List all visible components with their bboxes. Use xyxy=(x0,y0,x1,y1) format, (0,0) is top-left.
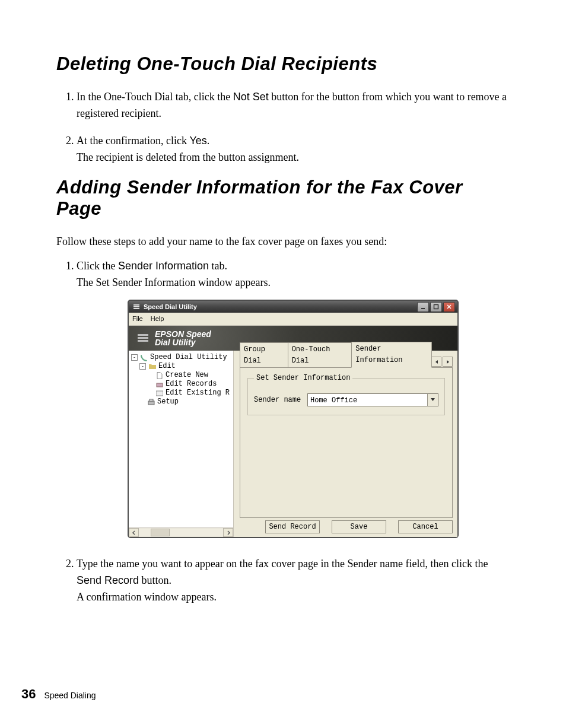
app-window: Speed Dial Utility File Help EPSON Speed… xyxy=(128,300,459,538)
menu-bar: File Help xyxy=(129,313,457,326)
step-1-2-result: The recipient is deleted from the button… xyxy=(77,150,510,166)
tree-setup[interactable]: Setup xyxy=(131,398,232,406)
maximize-button[interactable] xyxy=(430,302,442,312)
tab-scroll-right-icon[interactable] xyxy=(443,357,453,367)
cancel-button[interactable]: Cancel xyxy=(398,520,453,533)
text: . xyxy=(207,135,210,147)
close-button[interactable] xyxy=(443,302,455,312)
sender-name-value[interactable]: Home Office xyxy=(308,394,427,406)
banner-logo-icon xyxy=(135,330,151,346)
step-2-1: Click the Sender Information tab. The Se… xyxy=(77,258,510,538)
bold-sender-info: Sender Information xyxy=(118,260,209,272)
tree-create-new[interactable]: Create New xyxy=(131,371,232,380)
tree-edit-records[interactable]: Edit Records xyxy=(131,380,232,389)
text: tab. xyxy=(209,260,227,272)
svg-rect-4 xyxy=(148,401,154,405)
save-button[interactable]: Save xyxy=(332,520,386,533)
bold-not-set: Not Set xyxy=(233,91,269,103)
scroll-left-icon[interactable] xyxy=(129,528,139,537)
folder-icon xyxy=(148,363,157,370)
tab-one-touch-dial[interactable]: One-Touch Dial xyxy=(288,342,352,368)
steps-list-2: Click the Sender Information tab. The Se… xyxy=(56,258,510,606)
tree-create-label: Create New xyxy=(166,371,208,380)
phone-icon xyxy=(140,354,148,361)
set-sender-info-group: Set Sender Information Sender name Home … xyxy=(247,373,445,415)
svg-rect-5 xyxy=(150,399,153,401)
text: button. xyxy=(139,574,171,586)
tree-setup-label: Setup xyxy=(157,398,179,406)
tree-hscrollbar[interactable] xyxy=(129,527,233,537)
banner-line1: EPSON Speed xyxy=(155,330,211,338)
document-icon xyxy=(155,372,164,379)
scroll-right-icon[interactable] xyxy=(223,528,233,537)
svg-rect-0 xyxy=(421,308,425,309)
svg-marker-8 xyxy=(431,398,435,401)
svg-rect-1 xyxy=(434,305,438,309)
send-record-button[interactable]: Send Record xyxy=(265,520,320,533)
window-title: Speed Dial Utility xyxy=(144,302,197,312)
page-footer: 36 Speed Dialing xyxy=(21,686,96,702)
footer-chapter: Speed Dialing xyxy=(44,691,96,700)
tree-root-label: Speed Dial Utility xyxy=(150,353,227,362)
tree-root[interactable]: -Speed Dial Utility xyxy=(131,353,232,362)
svg-marker-6 xyxy=(435,360,438,364)
step-1-1: In the One-Touch Dial tab, click the Not… xyxy=(77,89,510,122)
svg-rect-2 xyxy=(157,383,163,387)
sender-name-label: Sender name xyxy=(254,395,307,406)
text: Type the name you want to appear on the … xyxy=(77,558,488,570)
dropdown-icon[interactable] xyxy=(427,394,438,406)
tab-panel: Set Sender Information Sender name Home … xyxy=(240,367,453,518)
text: Click the xyxy=(77,260,118,272)
group-legend: Set Sender Information xyxy=(254,373,352,384)
heading-adding-sender-info: Adding Sender Information for the Fax Co… xyxy=(56,177,510,220)
text: In the One-Touch Dial tab, click the xyxy=(77,91,233,103)
steps-list-1: In the One-Touch Dial tab, click the Not… xyxy=(56,89,510,166)
step-2-2: Type the name you want to appear on the … xyxy=(77,556,510,606)
menu-file[interactable]: File xyxy=(132,315,143,322)
tree-pane: -Speed Dial Utility -Edit Create New Edi… xyxy=(129,351,234,537)
app-icon xyxy=(132,303,141,311)
tree-edit-existing[interactable]: Edit Existing R xyxy=(131,389,232,398)
records-icon xyxy=(155,381,164,388)
step-2-2-result: A confirmation window appears. xyxy=(77,589,510,606)
text: At the confirmation, click xyxy=(77,135,189,147)
tree-edit[interactable]: -Edit xyxy=(131,362,232,371)
content-pane: Group Dial One-Touch Dial Sender Informa… xyxy=(234,351,457,537)
minimize-button[interactable] xyxy=(417,302,429,312)
page-number: 36 xyxy=(21,686,36,701)
tab-sender-information[interactable]: Sender Information xyxy=(351,342,432,368)
svg-marker-7 xyxy=(447,360,449,364)
bold-yes: Yes xyxy=(189,135,206,147)
bold-send-record: Send Record xyxy=(77,574,139,586)
card-icon xyxy=(155,390,164,397)
printer-icon xyxy=(147,399,155,406)
titlebar: Speed Dial Utility xyxy=(129,301,457,313)
heading-delete-recipients: Deleting One-Touch Dial Recipients xyxy=(56,53,510,75)
sender-name-combo[interactable]: Home Office xyxy=(307,393,438,406)
step-1-2: At the confirmation, click Yes. The reci… xyxy=(77,133,510,166)
tab-scroll-left-icon[interactable] xyxy=(431,357,441,367)
svg-rect-3 xyxy=(156,391,163,396)
banner-line2: Dial Utility xyxy=(155,338,211,346)
tab-strip: Group Dial One-Touch Dial Sender Informa… xyxy=(240,355,453,367)
tree-edit-label: Edit xyxy=(158,362,176,371)
tree-records-label: Edit Records xyxy=(166,380,217,389)
step-2-1-result: The Set Sender Information window appear… xyxy=(77,275,510,291)
intro-text: Follow these steps to add your name to t… xyxy=(56,234,510,250)
tab-group-dial[interactable]: Group Dial xyxy=(240,342,288,368)
menu-help[interactable]: Help xyxy=(151,315,164,322)
tree-existing-label: Edit Existing R xyxy=(166,389,230,398)
